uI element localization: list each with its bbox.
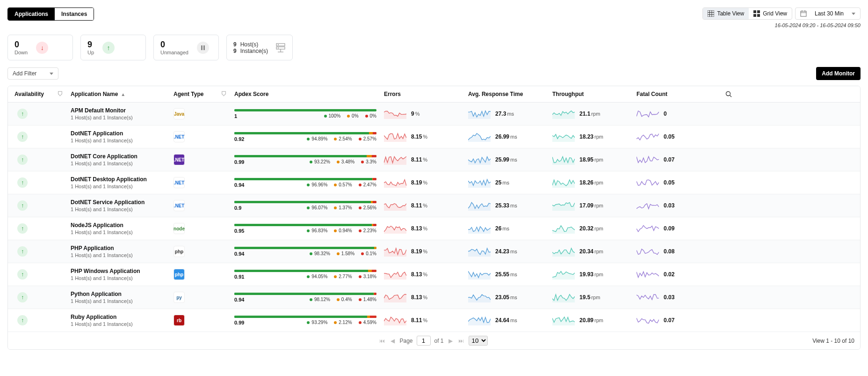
application-name[interactable]: PHP Windows Application bbox=[71, 268, 166, 274]
table-row[interactable]: ↑ DotNET Application 1 Host(s) and 1 Ins… bbox=[8, 125, 860, 148]
fatal-value: 0.07 bbox=[664, 317, 674, 324]
throughput-cell: 20.34rpm bbox=[549, 246, 633, 257]
table-search[interactable] bbox=[717, 91, 736, 97]
application-name[interactable]: DotNET Core Application bbox=[71, 153, 166, 160]
col-throughput[interactable]: Throughput bbox=[549, 91, 633, 97]
application-subtitle: 1 Host(s) and 1 Instance(s) bbox=[71, 138, 166, 143]
svg-rect-15 bbox=[276, 44, 285, 46]
application-name[interactable]: Ruby Application bbox=[71, 314, 166, 320]
arrow-down-icon: ↓ bbox=[36, 42, 48, 54]
fatal-cell: 0.03 bbox=[633, 200, 717, 211]
application-name[interactable]: DotNET Application bbox=[71, 130, 166, 137]
apdex-tolerating: 1.37% bbox=[334, 205, 352, 211]
application-subtitle: 1 Host(s) and 1 Instance(s) bbox=[71, 206, 166, 212]
apdex-frustrated: 2.56% bbox=[359, 205, 376, 211]
add-monitor-button[interactable]: Add Monitor bbox=[816, 67, 861, 80]
table-row[interactable]: ↑ NodeJS Application 1 Host(s) and 1 Ins… bbox=[8, 217, 860, 240]
card-hosts[interactable]: 9Host(s) 9Instance(s) bbox=[226, 35, 293, 60]
view-toggle: Table View Grid View bbox=[702, 7, 792, 20]
errors-value: 8.11 bbox=[411, 156, 422, 163]
errors-value: 8.19 bbox=[411, 248, 422, 255]
apdex-bar bbox=[234, 132, 376, 134]
table-row[interactable]: ↑ APM Default Monitor 1 Host(s) and 1 In… bbox=[8, 103, 860, 125]
apdex-tolerating: 0.57% bbox=[334, 182, 352, 188]
page-size-select[interactable]: 10 bbox=[469, 336, 488, 346]
throughput-cell: 20.89rpm bbox=[549, 315, 633, 325]
throughput-cell: 18.95rpm bbox=[549, 155, 633, 165]
errors-value: 8.11 bbox=[411, 202, 422, 209]
application-name[interactable]: Python Application bbox=[71, 291, 166, 297]
table-row[interactable]: ↑ DotNET Desktop Application 1 Host(s) a… bbox=[8, 171, 860, 194]
col-errors[interactable]: Errors bbox=[380, 91, 464, 97]
throughput-cell: 21.1rpm bbox=[549, 109, 633, 119]
view-table[interactable]: Table View bbox=[703, 8, 749, 19]
errors-cell: 8.11% bbox=[380, 155, 464, 165]
apdex-cell: 0.9 96.07% 1.37% 2.56% bbox=[231, 201, 380, 211]
apdex-frustrated: 3.18% bbox=[359, 274, 376, 280]
filter-icon[interactable]: ⛉ bbox=[221, 91, 227, 97]
response-cell: 25.55ms bbox=[464, 269, 549, 280]
card-unmanaged[interactable]: 0 Unmanaged bbox=[153, 35, 219, 60]
tab-applications[interactable]: Applications bbox=[8, 8, 55, 20]
page-prev[interactable]: ◀ bbox=[390, 338, 396, 344]
application-subtitle: 1 Host(s) and 1 Instance(s) bbox=[71, 161, 166, 166]
throughput-cell: 19.93rpm bbox=[549, 269, 633, 280]
applications-table: Availability⛉ Application Name▲ Agent Ty… bbox=[7, 86, 861, 350]
response-cell: 25ms bbox=[464, 177, 549, 188]
page-input[interactable] bbox=[417, 336, 431, 346]
col-agent-type[interactable]: Agent Type⛉ bbox=[170, 91, 231, 97]
table-row[interactable]: ↑ DotNET Core Application 1 Host(s) and … bbox=[8, 148, 860, 171]
fatal-value: 0.05 bbox=[664, 179, 674, 186]
card-down[interactable]: 0 Down ↓ bbox=[7, 35, 73, 60]
table-row[interactable]: ↑ PHP Windows Application 1 Host(s) and … bbox=[8, 263, 860, 286]
col-apdex[interactable]: Apdex Score bbox=[231, 91, 380, 97]
fatal-value: 0.08 bbox=[664, 248, 674, 255]
table-row[interactable]: ↑ Python Application 1 Host(s) and 1 Ins… bbox=[8, 286, 860, 309]
view-grid[interactable]: Grid View bbox=[749, 8, 792, 19]
errors-unit: % bbox=[423, 180, 427, 185]
page-of: of 1 bbox=[434, 338, 444, 344]
svg-rect-5 bbox=[753, 10, 756, 13]
application-name[interactable]: NodeJS Application bbox=[71, 222, 166, 229]
svg-rect-13 bbox=[201, 45, 203, 50]
application-name[interactable]: PHP Application bbox=[71, 245, 166, 251]
page-next[interactable]: ▶ bbox=[448, 338, 454, 344]
response-value: 25.55 bbox=[495, 271, 509, 278]
card-up[interactable]: 9 Up ↑ bbox=[80, 35, 146, 60]
chevron-down-icon bbox=[852, 13, 855, 15]
apdex-cell: 0.91 94.05% 2.77% 3.18% bbox=[231, 270, 380, 280]
apdex-score: 0.95 bbox=[234, 228, 244, 234]
svg-point-18 bbox=[278, 47, 279, 48]
errors-unit: % bbox=[423, 295, 427, 300]
response-cell: 26.99ms bbox=[464, 132, 549, 142]
time-range-label: Last 30 Min bbox=[815, 10, 844, 17]
filter-icon[interactable]: ⛉ bbox=[58, 91, 63, 97]
page-first[interactable]: ⏮ bbox=[378, 338, 386, 344]
col-fatal[interactable]: Fatal Count bbox=[633, 91, 717, 97]
page-last[interactable]: ⏭ bbox=[457, 338, 465, 344]
application-name[interactable]: APM Default Monitor bbox=[71, 107, 166, 114]
throughput-unit: rpm bbox=[594, 134, 603, 140]
apdex-satisfied: 96.96% bbox=[307, 182, 327, 188]
errors-cell: 8.11% bbox=[380, 200, 464, 211]
application-name[interactable]: DotNET Service Application bbox=[71, 199, 166, 206]
add-filter-dropdown[interactable]: Add Filter bbox=[7, 67, 58, 80]
table-row[interactable]: ↑ DotNET Service Application 1 Host(s) a… bbox=[8, 194, 860, 217]
apdex-bar bbox=[234, 316, 376, 318]
response-cell: 24.23ms bbox=[464, 246, 549, 257]
col-response-time[interactable]: Avg. Response Time bbox=[464, 91, 549, 97]
time-range-dropdown[interactable]: Last 30 Min bbox=[795, 7, 861, 20]
tab-instances[interactable]: Instances bbox=[55, 8, 94, 20]
status-up-icon: ↑ bbox=[17, 155, 28, 165]
agent-type-icon: py bbox=[174, 292, 185, 303]
application-name[interactable]: DotNET Desktop Application bbox=[71, 176, 166, 183]
fatal-cell: 0.03 bbox=[633, 292, 717, 302]
table-row[interactable]: ↑ PHP Application 1 Host(s) and 1 Instan… bbox=[8, 240, 860, 263]
errors-value: 8.11 bbox=[411, 317, 422, 324]
view-table-label: Table View bbox=[717, 10, 744, 17]
table-row[interactable]: ↑ Ruby Application 1 Host(s) and 1 Insta… bbox=[8, 309, 860, 332]
apdex-score: 0.94 bbox=[234, 297, 244, 302]
col-application-name[interactable]: Application Name▲ bbox=[67, 91, 170, 97]
throughput-unit: rpm bbox=[591, 295, 600, 300]
col-availability[interactable]: Availability⛉ bbox=[11, 91, 67, 97]
